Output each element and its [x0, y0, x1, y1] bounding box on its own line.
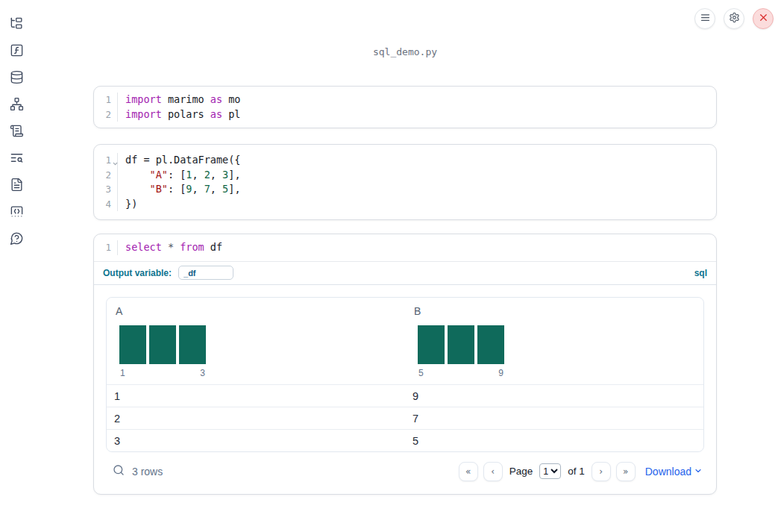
download-label: Download — [645, 466, 691, 478]
table-cell: 2 — [107, 407, 405, 429]
settings-button[interactable] — [724, 8, 744, 29]
line-number: 2 — [94, 168, 118, 183]
column-header-b[interactable]: B 5 9 — [405, 298, 703, 384]
dataframe-table: A 1 3 B — [106, 297, 704, 452]
page-of-label: of 1 — [568, 466, 585, 477]
histogram-bar — [119, 325, 146, 364]
code-text: select * from df — [118, 240, 222, 255]
chevron-down-icon — [694, 465, 703, 478]
line-number: 4 — [94, 197, 118, 212]
sidebar-item-help[interactable] — [9, 232, 24, 247]
code-line[interactable]: 2 "A": [1, 2, 3], — [94, 168, 716, 183]
last-page-button[interactable]: » — [616, 462, 636, 481]
sidebar-item-files[interactable] — [9, 17, 24, 32]
line-number: 1 — [94, 153, 118, 168]
table-row[interactable]: 19 — [107, 384, 703, 407]
line-number: 1 — [94, 240, 118, 255]
first-page-button[interactable]: « — [459, 462, 478, 481]
column-name: B — [414, 305, 694, 317]
row-count: 3 rows — [132, 466, 163, 478]
column-histogram: 5 9 — [418, 325, 504, 378]
column-header-a[interactable]: A 1 3 — [107, 298, 405, 384]
table-header: A 1 3 B — [107, 298, 703, 384]
download-button[interactable]: Download — [645, 465, 703, 478]
histogram-bar — [477, 325, 504, 364]
code-cell-imports[interactable]: 1import marimo as mo2import polars as pl — [93, 86, 717, 128]
table-cell: 9 — [405, 385, 703, 407]
search-button[interactable] — [113, 464, 125, 479]
code-cell-dataframe[interactable]: 1df = pl.DataFrame({2 "A": [1, 2, 3],3 "… — [93, 144, 717, 220]
output-variable-input[interactable] — [178, 266, 233, 280]
help-chat-icon — [10, 231, 24, 248]
dependency-graph-icon — [10, 97, 24, 114]
histogram-min-label: 1 — [120, 368, 125, 378]
language-badge: sql — [694, 268, 707, 278]
file-explorer-tree-icon — [10, 16, 24, 34]
prev-page-button[interactable]: ‹ — [483, 462, 503, 481]
notebook-filename: sql_demo.py — [93, 46, 717, 57]
datasources-database-icon — [10, 70, 24, 87]
table-row[interactable]: 35 — [107, 429, 703, 451]
histogram-bar — [448, 325, 474, 364]
code-text: df = pl.DataFrame({ — [118, 153, 240, 168]
histogram-bar — [418, 325, 445, 364]
sql-cell-footer: Output variable: sql — [94, 261, 716, 284]
table-cell: 7 — [405, 407, 703, 429]
sidebar-item-logs[interactable] — [9, 125, 24, 140]
code-line[interactable]: 3 "B": [9, 7, 5], — [94, 182, 716, 197]
notebook-content: sql_demo.py 1import marimo as mo2import … — [93, 0, 717, 495]
sidebar — [0, 0, 33, 532]
sql-code-editor[interactable]: 1select * from df — [94, 234, 716, 261]
histogram-min-label: 5 — [418, 368, 424, 378]
code-line[interactable]: 1select * from df — [94, 240, 716, 255]
logs-scroll-icon — [10, 124, 24, 141]
code-text: "A": [1, 2, 3], — [118, 168, 241, 183]
sidebar-item-snippets[interactable] — [9, 205, 24, 220]
line-number: 1 — [94, 93, 118, 107]
code-text: import marimo as mo — [118, 93, 240, 107]
snippets-code-icon — [10, 204, 24, 222]
code-text: }) — [118, 197, 137, 212]
variables-function-icon — [10, 43, 24, 60]
code-text: "B": [9, 7, 5], — [118, 182, 241, 197]
histogram-bar — [179, 325, 206, 364]
code-line[interactable]: 1import marimo as mo — [94, 93, 716, 107]
cell-output: A 1 3 B — [94, 284, 716, 494]
code-line[interactable]: 1df = pl.DataFrame({ — [94, 153, 716, 168]
search-icon — [113, 464, 125, 479]
next-page-button[interactable]: › — [592, 462, 611, 481]
code-line[interactable]: 4}) — [94, 197, 716, 212]
sidebar-item-outline[interactable] — [9, 151, 24, 166]
sql-cell: 1select * from df Output variable: sql A — [93, 234, 717, 495]
table-cell: 5 — [405, 430, 703, 451]
table-footer: 3 rows « ‹ Page 1 of 1 › » Download — [106, 461, 704, 482]
marimo-app: sql_demo.py 1import marimo as mo2import … — [0, 0, 778, 532]
table-row[interactable]: 27 — [107, 407, 703, 429]
settings-gear-icon — [729, 12, 740, 26]
documentation-file-icon — [10, 178, 24, 195]
page-select[interactable]: 1 — [539, 463, 561, 479]
code-editor[interactable]: 1df = pl.DataFrame({2 "A": [1, 2, 3],3 "… — [94, 153, 716, 211]
sidebar-item-variables[interactable] — [9, 44, 24, 59]
code-editor[interactable]: 1import marimo as mo2import polars as pl — [94, 93, 716, 122]
shutdown-close-icon — [758, 12, 769, 26]
sidebar-item-dependency-graph[interactable] — [9, 98, 24, 113]
histogram-max-label: 9 — [498, 368, 503, 378]
output-variable-label: Output variable: — [103, 268, 172, 278]
histogram-bar — [149, 325, 176, 364]
page-label: Page — [509, 466, 533, 477]
sidebar-item-documentation[interactable] — [9, 178, 24, 193]
code-line[interactable]: 2import polars as pl — [94, 107, 716, 122]
pagination: « ‹ Page 1 of 1 › » Download — [459, 462, 703, 481]
code-text: import polars as pl — [118, 107, 240, 122]
outline-search-icon — [10, 151, 24, 168]
table-cell: 3 — [107, 430, 405, 451]
table-body: 192735 — [107, 384, 703, 451]
shutdown-button[interactable] — [753, 8, 774, 29]
column-name: A — [116, 305, 396, 317]
sidebar-item-datasources[interactable] — [9, 71, 24, 86]
column-histogram: 1 3 — [119, 325, 206, 378]
line-number: 2 — [94, 107, 118, 122]
line-number: 3 — [94, 182, 118, 197]
histogram-max-label: 3 — [200, 368, 205, 378]
